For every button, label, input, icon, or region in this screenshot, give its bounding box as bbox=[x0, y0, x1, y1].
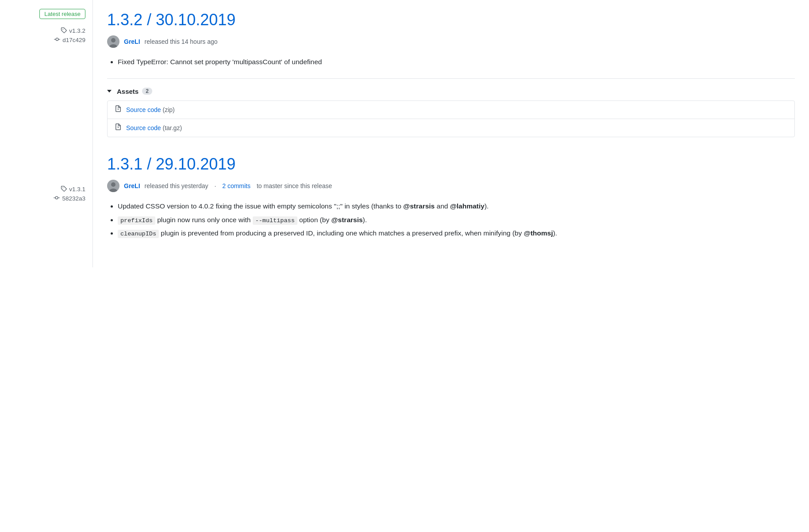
avatar-greli-2 bbox=[107, 180, 119, 192]
release-132-title: 1.3.2 / 30.10.2019 bbox=[107, 11, 795, 29]
tag-icon-2 bbox=[61, 185, 67, 193]
release-131-note-1: Updated CSSO version to 4.0.2 fixing the… bbox=[118, 201, 795, 212]
sidebar-tag-v132[interactable]: v1.3.2 bbox=[61, 27, 85, 35]
divider-132 bbox=[107, 78, 795, 79]
release-131-time: released this yesterday bbox=[145, 182, 208, 189]
asset-zip[interactable]: Source code (zip) bbox=[108, 101, 794, 119]
release-132-time: released this 14 hours ago bbox=[145, 38, 218, 45]
release-132-note-1: Fixed TypeError: Cannot set property 'mu… bbox=[118, 57, 795, 68]
zip-icon bbox=[115, 105, 122, 114]
tag-icon bbox=[61, 27, 67, 35]
targz-icon bbox=[115, 123, 122, 132]
sidebar-commit-v132[interactable]: d17c429 bbox=[54, 36, 85, 44]
latest-release-badge: Latest release bbox=[39, 9, 85, 19]
release-131-meta: GreLI released this yesterday · 2 commit… bbox=[107, 180, 795, 192]
release-132-section: 1.3.2 / 30.10.2019 GreLI released this 1… bbox=[107, 11, 795, 137]
assets-132-list: Source code (zip) Source code (tar.gz) bbox=[107, 100, 795, 137]
main-content: 1.3.2 / 30.10.2019 GreLI released this 1… bbox=[93, 0, 809, 267]
sidebar-commit-v131-label: 58232a3 bbox=[62, 195, 85, 202]
sidebar-commit-v132-label: d17c429 bbox=[62, 37, 85, 43]
sidebar-release2-section: v1.3.1 58232a3 bbox=[54, 185, 85, 202]
release-131-note-3: cleanupIDs plugin is prevented from prod… bbox=[118, 228, 795, 239]
sidebar-tag-v131-label: v1.3.1 bbox=[69, 186, 85, 193]
release-131-note-2: prefixIds plugin now runs only once with… bbox=[118, 215, 795, 226]
asset-targz-label: Source code (tar.gz) bbox=[126, 124, 182, 131]
commits-suffix: to master since this release bbox=[255, 182, 332, 189]
asset-targz[interactable]: Source code (tar.gz) bbox=[108, 119, 794, 137]
sidebar-commit-v131[interactable]: 58232a3 bbox=[54, 195, 85, 202]
sidebar-tag-v131[interactable]: v1.3.1 bbox=[61, 185, 85, 193]
asset-zip-label: Source code (zip) bbox=[126, 106, 175, 113]
release-132-assets: Assets 2 Source code (zip) bbox=[107, 88, 795, 137]
assets-132-count: 2 bbox=[142, 88, 152, 95]
release-132-meta: GreLI released this 14 hours ago bbox=[107, 35, 795, 48]
commit-icon bbox=[54, 36, 60, 44]
release-132-notes: Fixed TypeError: Cannot set property 'mu… bbox=[107, 57, 795, 68]
release-131-title: 1.3.1 / 29.10.2019 bbox=[107, 155, 795, 173]
svg-point-1 bbox=[111, 38, 116, 42]
commits-link[interactable]: 2 commits bbox=[222, 182, 250, 189]
sidebar-tag-v132-label: v1.3.2 bbox=[69, 27, 85, 34]
svg-point-4 bbox=[111, 182, 116, 187]
sidebar: Latest release v1.3.2 d17c429 v1.3.1 bbox=[0, 0, 93, 267]
release-131-author[interactable]: GreLI bbox=[124, 182, 140, 189]
release-131-section: 1.3.1 / 29.10.2019 GreLI released this y… bbox=[107, 155, 795, 239]
assets-chevron-icon[interactable] bbox=[107, 90, 112, 93]
assets-132-header: Assets 2 bbox=[107, 88, 795, 95]
avatar-greli-1 bbox=[107, 35, 119, 48]
sidebar-release1-section: v1.3.2 d17c429 bbox=[54, 27, 85, 44]
assets-132-label: Assets bbox=[117, 88, 139, 95]
release-132-author[interactable]: GreLI bbox=[124, 38, 140, 45]
release-131-notes: Updated CSSO version to 4.0.2 fixing the… bbox=[107, 201, 795, 239]
commit-icon-2 bbox=[54, 195, 60, 202]
